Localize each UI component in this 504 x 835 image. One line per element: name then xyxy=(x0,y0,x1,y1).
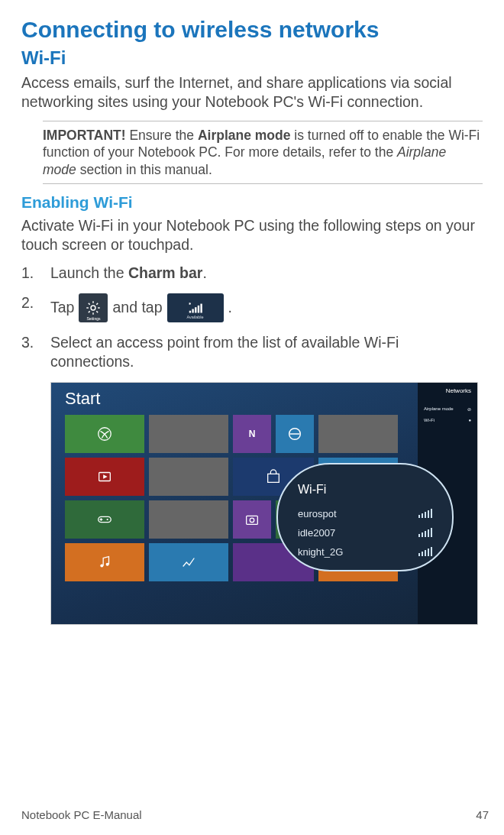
np-airplane: Airplane mode⊘ xyxy=(418,403,477,415)
wifi-network-1: eurospot xyxy=(298,504,432,523)
enabling-intro: Activate Wi-Fi in your Notebook PC using… xyxy=(21,216,483,254)
step-3: 3. Select an access point from the list … xyxy=(21,333,483,371)
settings-icon-label: Settings xyxy=(79,316,108,321)
tile-ie xyxy=(276,415,314,453)
wifi-network-1-name: eurospot xyxy=(298,508,337,519)
page-title: Connecting to wireless networks xyxy=(21,17,483,43)
start-label: Start xyxy=(65,389,100,409)
important-text-a: Ensure the xyxy=(126,128,198,143)
important-text-c: section in this manual. xyxy=(76,162,212,177)
important-airplane-bold: Airplane mode xyxy=(198,128,291,143)
page-footer: Notebook PC E-Manual 47 xyxy=(21,808,489,821)
signal-icon xyxy=(418,528,433,537)
step-1: 1. Launch the Charm bar. xyxy=(21,264,483,283)
step-2: 2. Tap Settings and tap ✱ Available . xyxy=(21,293,483,322)
section-wifi: Wi-Fi xyxy=(21,47,483,69)
wifi-popup-title: Wi-Fi xyxy=(298,483,432,497)
svg-point-13 xyxy=(107,519,108,520)
signal-icon xyxy=(418,547,433,556)
step-3-text: Select an access point from the list of … xyxy=(50,333,483,371)
svg-point-15 xyxy=(250,518,254,523)
step-2-text-a: Tap xyxy=(50,298,74,317)
tile-music xyxy=(65,543,144,581)
wifi-popup: Wi-Fi eurospot idle2007 knight_2G xyxy=(276,463,454,571)
tile-games xyxy=(65,500,144,539)
wifi-network-2-name: idle2007 xyxy=(298,527,335,539)
available-icon: ✱ Available xyxy=(167,293,224,322)
tile-camera xyxy=(233,500,271,539)
svg-rect-14 xyxy=(247,516,258,524)
svg-rect-4 xyxy=(197,306,199,313)
available-icon-label: Available xyxy=(167,315,224,320)
step-1-text-b: . xyxy=(202,264,206,281)
svg-rect-3 xyxy=(195,308,196,313)
tile-onenote: N xyxy=(233,415,271,453)
step-1-text-a: Launch the xyxy=(50,264,128,281)
important-note: IMPORTANT! Ensure the Airplane mode is t… xyxy=(43,121,483,184)
settings-icon: Settings xyxy=(79,293,108,322)
step-2-number: 2. xyxy=(21,293,37,322)
signal-icon xyxy=(418,509,433,518)
enabling-heading: Enabling Wi-Fi xyxy=(21,193,483,212)
svg-rect-2 xyxy=(192,309,193,313)
svg-text:✱: ✱ xyxy=(188,303,191,306)
intro-text: Access emails, surf the Internet, and sh… xyxy=(21,73,483,112)
footer-page-number: 47 xyxy=(476,808,489,821)
svg-rect-5 xyxy=(200,304,202,313)
np-wifi: Wi-Fi● xyxy=(418,415,477,426)
step-2-text-c: . xyxy=(228,298,232,317)
wifi-screenshot: Start N Networks Airplane mode⊘ Wi-Fi● W… xyxy=(50,382,478,625)
tile-photo-4 xyxy=(149,500,228,539)
tile-photo-1 xyxy=(149,415,228,453)
important-label: IMPORTANT! xyxy=(43,128,126,143)
step-1-charm-bar: Charm bar xyxy=(128,264,203,281)
footer-left: Notebook PC E-Manual xyxy=(21,808,142,821)
tile-xbox xyxy=(65,415,144,453)
svg-rect-1 xyxy=(189,311,190,313)
step-1-number: 1. xyxy=(21,264,37,283)
svg-point-0 xyxy=(92,306,96,310)
wifi-network-3-name: knight_2G xyxy=(298,546,343,558)
step-3-number: 3. xyxy=(21,333,37,371)
tile-photo-2 xyxy=(318,415,398,453)
wifi-network-2: idle2007 xyxy=(298,523,432,542)
wifi-network-3: knight_2G xyxy=(298,542,432,562)
tile-photo-3 xyxy=(149,458,228,496)
tile-video xyxy=(65,458,144,496)
tile-chart xyxy=(149,543,228,581)
step-2-text-b: and tap xyxy=(112,298,162,317)
networks-panel-title: Networks xyxy=(418,383,477,403)
svg-marker-10 xyxy=(103,474,108,479)
